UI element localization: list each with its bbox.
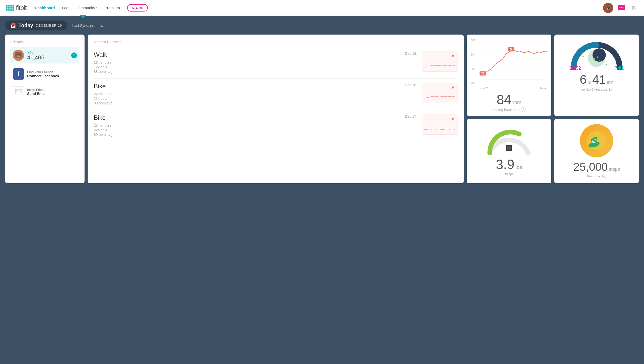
invite-email[interactable]: Invite Friends Send Email [10,83,79,100]
svg-rect-25 [507,146,511,150]
svg-text:✦: ✦ [582,55,584,58]
weight-gauge-svg [486,126,532,155]
sleep-hours: 6 [580,72,587,87]
hr-x-nov: Nov 20 [480,87,489,90]
facebook-info: Find Your Friends Connect Facebook [27,70,59,78]
logo[interactable]: fitbit [6,4,27,12]
exercise-walk: Walk 16 minutes 122 cals 88 bpm avg [94,47,458,79]
weight-unit: lbs [516,164,522,170]
bike1-calories: 214 cals [94,97,402,101]
connect-facebook[interactable]: f Find Your Friends Connect Facebook [10,65,79,83]
bike1-bpm: 98 bpm avg [94,101,402,105]
walk-date-link[interactable]: Dec 19 › [405,51,419,56]
sleep-start-time: 12:52 [569,66,581,71]
svg-text:88: 88 [510,48,513,51]
avatar[interactable]: 🐻 [603,3,613,13]
heart-rate-card: 100 90 80 70 71 [467,35,551,116]
sleep-card: ✦ ✦ ✦ 12:52 7:52 6 hr 41 min awake 2x re… [554,35,639,116]
hr-y-90: 90 [471,53,475,56]
facebook-line2: Connect Facebook [27,74,59,78]
weight-card: 3.9 lbs to go [467,119,551,183]
settings-button[interactable]: ⚙ [630,4,638,12]
exercise-bike2: Bike 23 minutes 224 cals 89 bpm avg [94,110,458,141]
walk-bpm: 88 bpm avg [94,70,402,74]
bike2-heart-icon: ♥ [451,116,454,122]
bike1-chart: ♥ [422,83,458,103]
chat-button[interactable] [617,4,626,12]
email-icon [13,86,24,97]
today-label: Today [18,23,33,28]
steps-number: 25,000 [573,160,608,173]
email-info: Invite Friends Send Email [27,88,47,96]
logo-text: fitbit [16,4,27,12]
hr-value-display: 84bpm [471,92,547,107]
hr-y-100: 100 [471,39,475,42]
exercise-card: Recent Exercise Walk 16 minutes 122 cals… [88,35,464,183]
steps-unit: steps [609,167,620,172]
bike1-arrow-icon: › [417,83,419,87]
bike2-minutes: 23 minutes [94,123,402,127]
sleep-end-time: 7:52 [615,66,624,71]
walk-minutes: 16 minutes [94,60,402,65]
svg-point-18 [599,60,600,61]
bike1-stats: 22 minutes 214 cals 98 bpm avg [94,92,402,105]
nav-community[interactable]: Community ▾ [76,6,97,10]
main-content: 📅 Today DECEMBER 19 Last Sync: just now … [0,16,644,187]
bike2-stats: 23 minutes 224 cals 89 bpm avg [94,123,402,137]
nav-right: 🐻 ⚙ [603,3,638,13]
nav-log[interactable]: Log [62,6,68,10]
your-info: You 41,406 [27,50,68,61]
nav-links: Dashboard Log Community ▾ Premium STORE [35,4,603,12]
hr-chart-svg: 71 88 [480,39,547,80]
nav-dashboard[interactable]: Dashboard [35,6,55,10]
svg-point-17 [597,57,598,58]
svg-point-26 [587,131,606,151]
sleep-minutes: 41 [592,72,606,87]
hr-x-today: Today [540,87,547,90]
community-chevron-icon: ▾ [96,6,97,9]
navbar: fitbit Dashboard Log Community ▾ Premium… [0,0,644,16]
walk-name: Walk [94,51,402,58]
bike1-minutes: 22 minutes [94,92,402,96]
walk-stats: 16 minutes 122 cals 88 bpm avg [94,60,402,74]
steps-label: Best in a day [587,174,606,178]
facebook-icon: f [13,68,24,80]
svg-rect-2 [619,7,620,8]
svg-point-16 [593,58,595,60]
svg-rect-4 [622,7,624,8]
hr-help-button[interactable]: ? [521,107,526,112]
bike1-date-link[interactable]: Dec 18 › [405,83,419,87]
exercise-bike1: Bike 22 minutes 214 cals 98 bpm avg [94,79,458,110]
store-button[interactable]: STORE [127,4,148,12]
exercise-title: Recent Exercise [94,40,458,44]
weight-label: to go [505,172,513,176]
nav-triangle [79,15,87,19]
hr-y-80: 80 [471,67,475,70]
hr-y-70: 70 [471,82,475,85]
friends-title: Friends [10,40,79,44]
walk-arrow-icon: › [417,51,419,56]
sleep-min-unit: min [607,80,614,85]
steps-value-display: 25,000 steps [573,160,620,173]
bike2-calories: 224 cals [94,128,402,132]
bike2-date-link[interactable]: Dec 17 › [405,114,419,119]
chat-icon [618,5,625,11]
bike2-chart: ♥ [422,114,458,135]
weight-number: 3.9 [496,157,514,172]
logo-dots [6,5,14,11]
walk-heart-icon: ♥ [451,53,454,59]
bike2-arrow-icon: › [417,114,419,119]
friend-you[interactable]: 🐻 You 41,406 1 [10,47,79,63]
hr-unit: bpm [511,100,521,105]
hr-label: resting heart rate ? [471,107,547,112]
hr-number: 84 [497,92,512,107]
weight-value-display: 3.9 lbs [496,157,522,172]
date-button[interactable]: 📅 Today DECEMBER 19 [5,20,67,30]
calendar-icon: 📅 [10,23,16,28]
sleep-duration: 6 hr 41 min [559,72,634,87]
nav-premium[interactable]: Premium [105,6,120,10]
walk-calories: 122 cals [94,65,402,69]
date-label: DECEMBER 19 [36,24,62,27]
svg-rect-3 [621,7,622,8]
sleep-subtitle: awake 2x restless 8x [559,88,634,91]
